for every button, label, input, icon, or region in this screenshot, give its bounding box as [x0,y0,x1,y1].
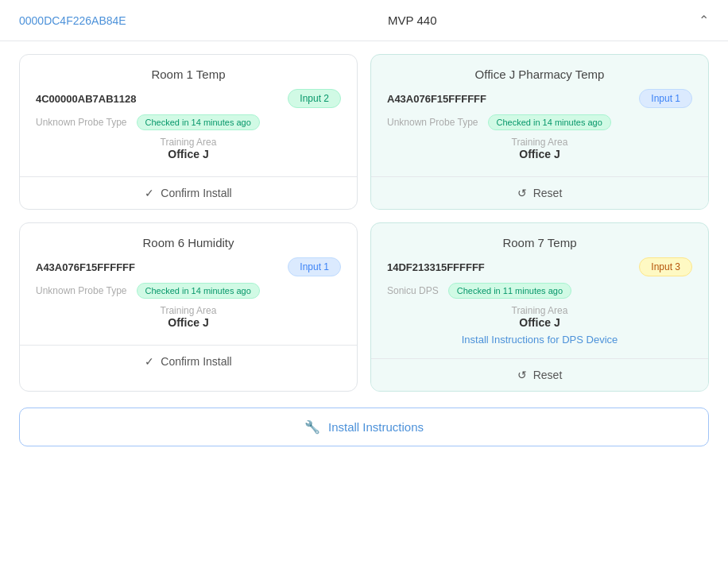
footer-action-icon: ↺ [517,369,527,381]
training-value: Office J [387,148,692,160]
cards-grid: Room 1 Temp 4C00000AB7AB1128 Input 2 Unk… [0,41,728,404]
install-instructions-bar[interactable]: 🔧 Install Instructions [19,408,709,446]
card-card-office-j: Office J Pharmacy Temp A43A076F15FFFFFF … [370,54,709,210]
footer-action-label: Confirm Install [161,187,231,199]
input-badge: Input 2 [288,89,341,108]
card-mac: 4C00000AB7AB1128 [36,93,136,105]
training-section: Training Area Office J [387,137,692,160]
probe-type-label: Unknown Probe Type [36,117,127,128]
probe-type-label: Unknown Probe Type [387,117,478,128]
probe-row: Sonicu DPS Checked in 11 minutes ago [387,283,692,299]
footer-action-label: Reset [533,369,563,381]
card-card-room6: Room 6 Humidity A43A076F15FFFFFF Input 1… [19,222,358,392]
card-mac-row: 4C00000AB7AB1128 Input 2 [36,89,341,108]
header: 0000DC4F226AB84E MVP 440 ⌃ [0,0,728,41]
footer-action-label: Confirm Install [161,355,231,368]
training-value: Office J [36,316,341,329]
training-label: Training Area [36,305,341,316]
dps-link[interactable]: Install Instructions for DPS Device [387,334,692,346]
card-mac: A43A076F15FFFFFF [387,93,486,105]
checked-in-badge: Checked in 11 minutes ago [448,283,571,299]
card-mac: 14DF213315FFFFFF [387,261,485,273]
card-card-room1: Room 1 Temp 4C00000AB7AB1128 Input 2 Unk… [19,54,358,210]
card-body: Office J Pharmacy Temp A43A076F15FFFFFF … [371,55,708,176]
checked-in-badge: Checked in 14 minutes ago [137,114,260,130]
device-model: MVP 440 [388,14,436,27]
card-mac-row: A43A076F15FFFFFF Input 1 [36,257,341,276]
chevron-up-icon[interactable]: ⌃ [699,13,709,28]
footer-action-icon: ✓ [145,187,154,199]
training-value: Office J [387,316,692,329]
checked-in-badge: Checked in 14 minutes ago [488,114,611,130]
probe-row: Unknown Probe Type Checked in 14 minutes… [36,283,341,299]
training-label: Training Area [387,305,692,316]
input-badge: Input 1 [288,257,341,276]
input-badge: Input 3 [639,257,692,276]
training-section: Training Area Office J [36,305,341,329]
install-instructions-label: Install Instructions [328,420,424,434]
card-footer[interactable]: ✓ Confirm Install [20,345,357,377]
input-badge: Input 1 [639,89,692,108]
card-body: Room 6 Humidity A43A076F15FFFFFF Input 1… [20,223,357,345]
probe-type-label: Sonicu DPS [387,285,439,296]
training-section: Training Area Office J [387,305,692,329]
device-id: 0000DC4F226AB84E [19,14,126,27]
footer-action-label: Reset [533,187,563,199]
card-mac-row: A43A076F15FFFFFF Input 1 [387,89,692,108]
card-title: Room 7 Temp [387,236,692,249]
card-title: Room 1 Temp [36,68,341,81]
card-mac-row: 14DF213315FFFFFF Input 3 [387,257,692,276]
card-body: Room 7 Temp 14DF213315FFFFFF Input 3 Son… [371,223,708,358]
card-title: Office J Pharmacy Temp [387,68,692,81]
card-footer[interactable]: ↺ Reset [371,358,708,391]
card-footer[interactable]: ✓ Confirm Install [20,176,357,209]
training-label: Training Area [387,137,692,148]
probe-row: Unknown Probe Type Checked in 14 minutes… [387,114,692,130]
wrench-icon: 🔧 [304,419,320,435]
card-card-room7: Room 7 Temp 14DF213315FFFFFF Input 3 Son… [370,222,709,392]
probe-type-label: Unknown Probe Type [36,285,127,296]
card-body: Room 1 Temp 4C00000AB7AB1128 Input 2 Unk… [20,55,357,176]
training-value: Office J [36,148,341,160]
training-section: Training Area Office J [36,137,341,160]
training-label: Training Area [36,137,341,148]
footer-action-icon: ✓ [145,355,154,368]
probe-row: Unknown Probe Type Checked in 14 minutes… [36,114,341,130]
footer-action-icon: ↺ [517,187,527,199]
card-mac: A43A076F15FFFFFF [36,261,135,273]
card-footer[interactable]: ↺ Reset [371,176,708,209]
checked-in-badge: Checked in 14 minutes ago [137,283,260,299]
card-title: Room 6 Humidity [36,236,341,249]
